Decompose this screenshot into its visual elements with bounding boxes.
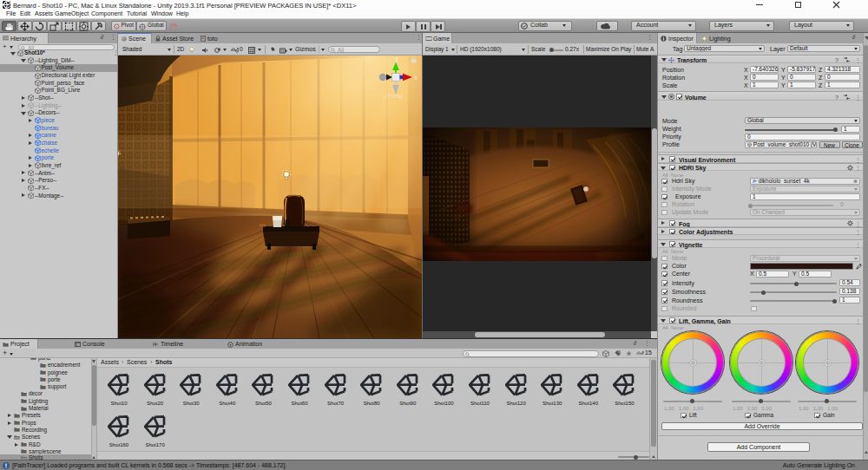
svg-text:◁ Persp: ◁ Persp	[382, 93, 403, 100]
svg-text:x: x	[414, 75, 418, 81]
